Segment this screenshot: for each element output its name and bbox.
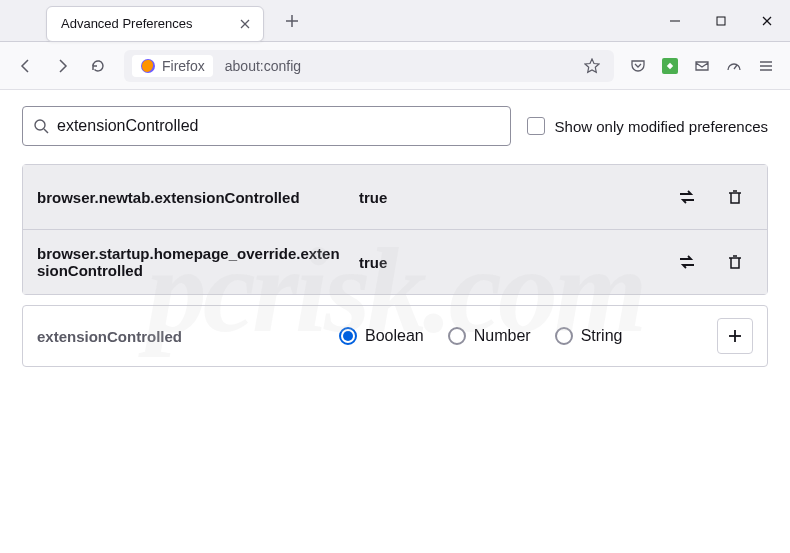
radio-label-number: Number <box>474 327 531 345</box>
identity-box[interactable]: Firefox <box>132 55 213 77</box>
url-bar[interactable]: Firefox about:config <box>124 50 614 82</box>
radio-number[interactable]: Number <box>448 327 531 345</box>
radio-string[interactable]: String <box>555 327 623 345</box>
search-box[interactable] <box>22 106 511 146</box>
back-button[interactable] <box>10 50 42 82</box>
new-pref-row: extensionControlled Boolean Number Strin… <box>22 305 768 367</box>
extension-icon[interactable] <box>656 52 684 80</box>
show-modified-checkbox-wrap[interactable]: Show only modified preferences <box>527 117 768 135</box>
svg-point-13 <box>35 120 45 130</box>
tab-title: Advanced Preferences <box>61 16 237 31</box>
show-modified-label: Show only modified preferences <box>555 118 768 135</box>
delete-button[interactable] <box>717 179 753 215</box>
maximize-button[interactable] <box>698 0 744 42</box>
radio-input-boolean[interactable] <box>339 327 357 345</box>
svg-line-14 <box>44 129 48 133</box>
minimize-button[interactable] <box>652 0 698 42</box>
titlebar: Advanced Preferences <box>0 0 790 42</box>
mail-icon[interactable] <box>688 52 716 80</box>
show-modified-checkbox[interactable] <box>527 117 545 135</box>
radio-input-number[interactable] <box>448 327 466 345</box>
pref-value: true <box>359 189 657 206</box>
url-text: about:config <box>225 58 570 74</box>
identity-label: Firefox <box>162 58 205 74</box>
new-tab-button[interactable] <box>276 5 308 37</box>
reload-button[interactable] <box>82 50 114 82</box>
radio-label-string: String <box>581 327 623 345</box>
toggle-button[interactable] <box>669 244 705 280</box>
pref-value: true <box>359 254 657 271</box>
pref-row[interactable]: browser.newtab.extensionControlled true <box>23 165 767 230</box>
pref-row[interactable]: browser.startup.homepage_override.extens… <box>23 230 767 294</box>
svg-line-9 <box>734 65 737 69</box>
svg-rect-5 <box>717 17 725 25</box>
firefox-icon <box>140 58 156 74</box>
search-row: Show only modified preferences <box>22 106 768 146</box>
delete-button[interactable] <box>717 244 753 280</box>
pocket-icon[interactable] <box>624 52 652 80</box>
search-icon <box>33 118 49 134</box>
browser-tab[interactable]: Advanced Preferences <box>46 6 264 42</box>
forward-button[interactable] <box>46 50 78 82</box>
results-table: browser.newtab.extensionControlled true … <box>22 164 768 295</box>
close-tab-icon[interactable] <box>237 16 253 32</box>
search-input[interactable] <box>57 117 500 135</box>
toggle-button[interactable] <box>669 179 705 215</box>
navigation-bar: Firefox about:config <box>0 42 790 90</box>
pref-name: browser.newtab.extensionControlled <box>37 189 347 206</box>
new-pref-name: extensionControlled <box>37 328 327 345</box>
performance-icon[interactable] <box>720 52 748 80</box>
type-radio-group: Boolean Number String <box>339 327 705 345</box>
content-area: Show only modified preferences browser.n… <box>0 90 790 383</box>
radio-boolean[interactable]: Boolean <box>339 327 424 345</box>
radio-input-string[interactable] <box>555 327 573 345</box>
add-button[interactable] <box>717 318 753 354</box>
pref-name: browser.startup.homepage_override.extens… <box>37 245 347 279</box>
radio-label-boolean: Boolean <box>365 327 424 345</box>
menu-icon[interactable] <box>752 52 780 80</box>
window-controls <box>652 0 790 41</box>
close-window-button[interactable] <box>744 0 790 42</box>
bookmark-star-icon[interactable] <box>578 52 606 80</box>
